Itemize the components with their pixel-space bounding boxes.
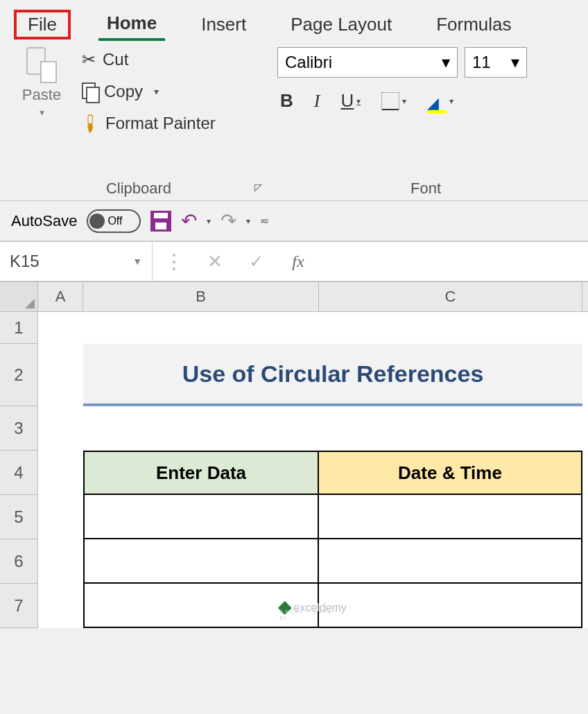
cell-b5[interactable] (83, 495, 319, 539)
chevron-down-icon: ▼ (132, 256, 142, 267)
paste-label: Paste (22, 86, 61, 104)
chevron-down-icon: ▾ (511, 53, 519, 72)
group-clipboard: Paste ▾ ✂ Cut Copy ▾ 🖌 Format Painter (7, 47, 270, 198)
redo-button[interactable]: ↷ (220, 209, 236, 232)
scissors-icon: ✂ (82, 50, 96, 69)
row-header-1[interactable]: 1 (0, 312, 37, 344)
format-painter-label: Format Painter (105, 114, 216, 133)
border-icon (381, 92, 399, 110)
cut-button[interactable]: ✂ Cut (78, 47, 220, 72)
underline-button[interactable]: U▾ (338, 89, 363, 113)
chevron-down-icon[interactable]: ▾ (402, 96, 406, 106)
undo-button[interactable]: ↶ (181, 209, 197, 232)
chevron-down-icon[interactable]: ▾ (356, 96, 361, 106)
sheet-title[interactable]: Use of Circular References (83, 344, 582, 406)
formula-bar-row: K15 ▼ ⋮ ✕ ✓ fx (0, 241, 588, 281)
col-header-a[interactable]: A (38, 282, 83, 311)
ribbon-body: Paste ▾ ✂ Cut Copy ▾ 🖌 Format Painter (0, 42, 588, 201)
cut-label: Cut (103, 50, 128, 69)
cell-c5[interactable] (319, 495, 582, 539)
italic-button[interactable]: I (311, 89, 323, 113)
row-header-7[interactable]: 7 (0, 584, 37, 628)
watermark: exceldemy EXCEL · DATA · BI (279, 602, 346, 614)
brush-icon: 🖌 (78, 111, 103, 137)
bold-button[interactable]: B (277, 89, 296, 113)
spreadsheet-grid: A B C 1 2 3 4 5 6 7 Use of Circular Refe… (0, 281, 588, 628)
copy-icon (82, 82, 97, 101)
format-painter-button[interactable]: 🖌 Format Painter (78, 111, 220, 136)
quick-access-toolbar: AutoSave Off ↶▾ ↷▾ ≂ (0, 201, 588, 241)
row-header-2[interactable]: 2 (0, 344, 37, 406)
watermark-sub: EXCEL · DATA · BI (279, 609, 346, 621)
toggle-knob (89, 214, 105, 229)
chevron-down-icon[interactable]: ▾ (449, 96, 453, 106)
tab-file[interactable]: File (14, 10, 71, 40)
toggle-state: Off (107, 215, 122, 227)
table-header-date-time[interactable]: Date & Time (319, 451, 582, 495)
col-header-b[interactable]: B (83, 282, 319, 311)
chevron-down-icon[interactable]: ▾ (40, 107, 44, 118)
tab-formulas[interactable]: Formulas (428, 10, 519, 40)
table-header-enter-data[interactable]: Enter Data (83, 451, 319, 495)
save-button[interactable] (150, 211, 171, 232)
col-header-c[interactable]: C (319, 282, 582, 311)
row-header-5[interactable]: 5 (0, 495, 37, 539)
fill-icon: ◢ (427, 92, 447, 111)
chevron-down-icon[interactable]: ▾ (246, 216, 250, 226)
tab-page-layout[interactable]: Page Layout (282, 10, 400, 40)
group-label-clipboard: Clipboard (106, 180, 171, 198)
fill-color-button[interactable]: ◢▾ (424, 90, 456, 112)
font-name-select[interactable]: Calibri ▾ (277, 47, 458, 78)
autosave-label: AutoSave (11, 212, 77, 230)
select-all-cells[interactable] (0, 282, 38, 311)
customize-qat[interactable]: ≂ (260, 214, 269, 227)
row-header-3[interactable]: 3 (0, 406, 37, 451)
formula-input[interactable] (319, 242, 588, 281)
paste-button[interactable]: Paste ▾ (14, 47, 69, 118)
formula-bar-expand[interactable]: ⋮ (153, 258, 194, 265)
cancel-formula-button[interactable]: ✕ (194, 251, 236, 272)
cell-b6[interactable] (83, 539, 319, 584)
autosave-toggle[interactable]: Off (87, 209, 141, 233)
enter-formula-button[interactable]: ✓ (236, 251, 277, 272)
borders-button[interactable]: ▾ (379, 91, 409, 112)
insert-function-button[interactable]: fx (277, 252, 319, 271)
dialog-launcher-clipboard[interactable]: ◸ (253, 180, 263, 194)
name-box[interactable]: K15 ▼ (0, 242, 153, 281)
paste-icon (26, 47, 57, 83)
name-box-value: K15 (10, 252, 40, 271)
cell-c6[interactable] (319, 539, 582, 584)
row-header-6[interactable]: 6 (0, 539, 37, 584)
ribbon-tabs: File Home Insert Page Layout Formulas (0, 0, 588, 42)
group-font: Calibri ▾ 11 ▾ B I U▾ ▾ ◢▾ Font (270, 47, 581, 198)
tab-insert[interactable]: Insert (193, 10, 254, 40)
group-label-font: Font (410, 180, 441, 198)
chevron-down-icon[interactable]: ▾ (207, 216, 211, 226)
chevron-down-icon: ▾ (442, 53, 450, 72)
row-header-4[interactable]: 4 (0, 451, 37, 495)
chevron-down-icon[interactable]: ▾ (154, 86, 159, 97)
font-size-select[interactable]: 11 ▾ (465, 47, 527, 78)
tab-home[interactable]: Home (98, 8, 165, 41)
font-name-value: Calibri (285, 53, 332, 72)
cell-c7[interactable] (319, 584, 582, 628)
font-size-value: 11 (472, 53, 491, 72)
copy-label: Copy (104, 82, 143, 101)
copy-button[interactable]: Copy ▾ (78, 79, 220, 104)
